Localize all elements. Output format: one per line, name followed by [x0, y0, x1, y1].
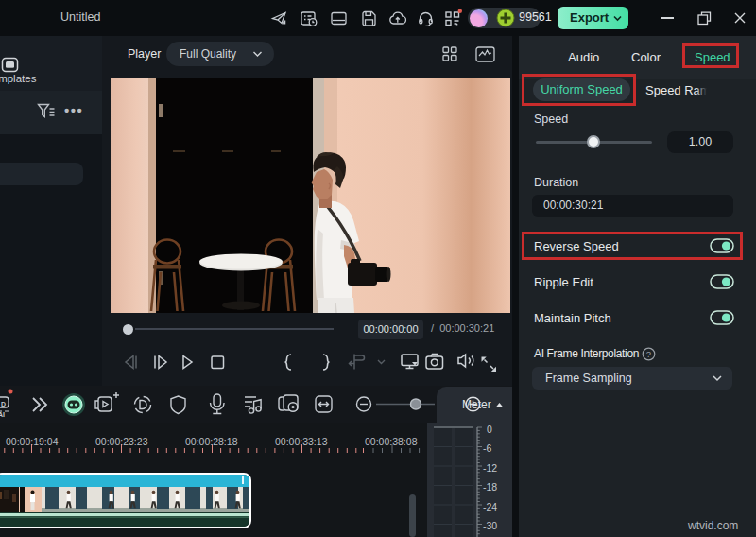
svg-text:D: D [1, 401, 6, 407]
svg-text:AI: AI [0, 411, 5, 418]
svg-text:?: ? [646, 348, 651, 358]
